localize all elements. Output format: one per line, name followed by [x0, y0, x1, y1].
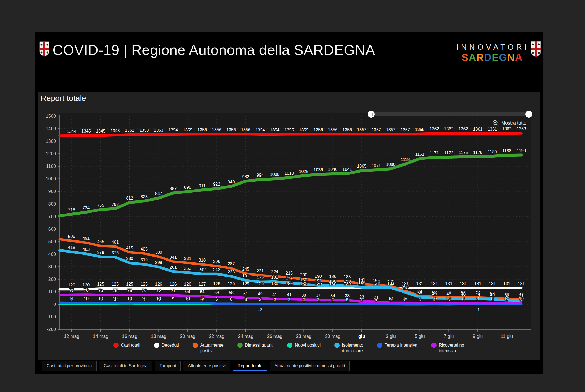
tab-report-totale[interactable]: Report totale — [233, 361, 267, 371]
page-title: COVID-19 | Regione Autonoma della SARDEG… — [53, 42, 375, 58]
data-label: 1171 — [430, 151, 439, 155]
y-axis-tick-label: 1500 — [46, 114, 56, 119]
data-label: 131 — [431, 281, 438, 286]
data-label: 10 — [98, 296, 103, 301]
y-axis-tick-label: 300 — [48, 264, 56, 269]
data-label: 131 — [416, 281, 423, 286]
y-axis-tick-label: 1200 — [46, 151, 56, 156]
data-label: 1356 — [226, 127, 236, 132]
data-label: 10 — [447, 296, 451, 301]
data-label: 1353 — [154, 128, 164, 133]
data-label: 6 — [230, 297, 232, 301]
data-label: 172 — [286, 276, 293, 281]
data-label: 125 — [97, 282, 104, 286]
data-label: 1359 — [415, 127, 425, 132]
data-label: 127 — [199, 282, 206, 286]
data-label: 3 — [259, 297, 261, 302]
data-label: 1355 — [285, 128, 294, 132]
data-label: 190 — [315, 274, 322, 278]
data-label: 1357 — [357, 127, 366, 132]
data-label: 125 — [112, 282, 119, 286]
tab-tamponi[interactable]: Tamponi — [155, 361, 181, 371]
tab-attualmente-positivi[interactable]: Attualmente positivi — [183, 361, 230, 371]
sardegna-flag-icon — [39, 41, 50, 57]
data-label: 1036 — [314, 168, 323, 172]
time-range-slider[interactable] — [369, 112, 531, 116]
data-label: 9 — [477, 297, 479, 301]
data-label: 1356 — [241, 127, 250, 132]
data-label: 1010 — [285, 171, 294, 176]
data-label: 1362 — [444, 127, 454, 131]
data-label: 21 — [374, 295, 379, 300]
slider-handle-right[interactable] — [525, 111, 532, 118]
slider-handle-left[interactable] — [368, 111, 375, 118]
data-label: 1362 — [430, 127, 439, 131]
data-label: 12 — [403, 296, 408, 301]
data-label: 1362 — [502, 127, 512, 131]
x-axis-tick-label: 9 giu — [473, 334, 483, 339]
data-label: 376 — [112, 251, 119, 255]
data-label: 10 — [519, 296, 524, 301]
data-label: 78 — [84, 288, 89, 292]
x-axis-tick-label: 20 mag — [180, 334, 195, 339]
data-label: 1356 — [342, 127, 352, 132]
data-label: 9 — [172, 297, 174, 301]
y-axis-tick-label: -100 — [47, 314, 56, 319]
data-label: 75 — [113, 288, 118, 293]
data-label: 12 — [388, 296, 393, 301]
x-axis-tick-label: 14 mag — [93, 334, 108, 339]
data-label: 2 — [346, 297, 349, 302]
data-label: 1345 — [96, 129, 105, 133]
data-label: 41 — [272, 292, 277, 297]
mostra-tutto-button[interactable]: Mostra tutto — [492, 120, 526, 127]
y-axis-tick-label: 500 — [48, 239, 56, 244]
data-label: 126 — [170, 282, 177, 286]
tab-casi-totali-in-sardegna[interactable]: Casi totali in Sardegna — [99, 361, 152, 371]
data-label: 131 — [489, 281, 496, 286]
data-label: 253 — [184, 266, 191, 271]
data-label: 982 — [242, 174, 249, 179]
data-label: 887 — [170, 186, 177, 191]
data-label: 125 — [141, 282, 148, 286]
data-label: 34 — [330, 294, 335, 298]
data-label: 2 — [317, 297, 319, 302]
y-axis-tick-label: 700 — [48, 214, 56, 219]
data-label: 11 — [69, 296, 74, 301]
innovatori-logo-text: INNOVATORI — [456, 43, 528, 51]
data-label: 847 — [155, 191, 162, 196]
data-label: 331 — [184, 256, 191, 261]
report-chart[interactable]: -200-10001002003004005006007008009001000… — [38, 111, 540, 346]
y-axis-tick-label: 1400 — [46, 126, 56, 131]
data-label: 126 — [155, 282, 162, 286]
data-label: 1348 — [110, 129, 120, 133]
data-label: 1025 — [299, 169, 309, 174]
data-label: 131 — [474, 281, 481, 286]
data-label: 33 — [345, 294, 350, 298]
data-label: 1357 — [372, 127, 381, 132]
data-label: 2 — [332, 297, 334, 302]
tab-attualmente-positivi-e-dimessi-guariti[interactable]: Attualmente positivi e dimessi guariti — [270, 361, 350, 371]
data-label: 37 — [316, 293, 321, 297]
data-label: 287 — [228, 262, 235, 266]
data-label: 151 — [315, 279, 322, 283]
data-label: 231 — [257, 269, 264, 273]
data-label: 994 — [257, 173, 264, 177]
chart-title: Report totale — [41, 94, 86, 103]
tab-casi-totali-per-provincia[interactable]: Casi totali per provincia — [42, 361, 97, 371]
data-label: 133 — [373, 281, 380, 286]
data-label: 10 — [127, 296, 132, 301]
data-label: 1361 — [473, 127, 482, 131]
data-label: 131 — [460, 281, 467, 286]
y-axis-tick-label: 1300 — [46, 139, 56, 144]
data-label: -1 — [476, 308, 480, 312]
data-label: 76 — [98, 288, 103, 293]
x-axis-tick-label: 3 giu — [386, 334, 396, 339]
data-label: 734 — [83, 206, 90, 210]
y-axis-tick-label: 0 — [53, 302, 56, 307]
data-label: 242 — [199, 267, 206, 272]
zoom-out-icon — [492, 120, 499, 127]
data-label: 46 — [461, 292, 466, 296]
data-label: 380 — [155, 250, 162, 254]
data-label: 6 — [216, 297, 218, 301]
data-label: 1353 — [140, 128, 149, 133]
